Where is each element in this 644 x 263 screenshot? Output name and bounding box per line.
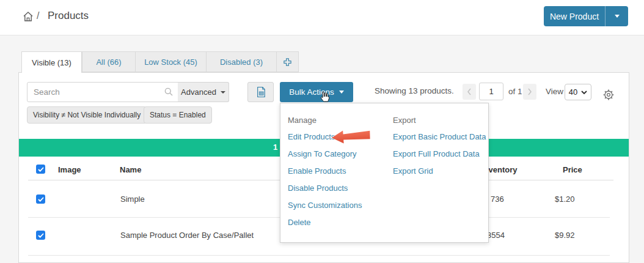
menu-item-export-full[interactable]: Export Full Product Data	[393, 149, 480, 158]
product-inventory: 736	[491, 194, 504, 204]
advanced-search-button[interactable]: Advanced	[178, 82, 229, 102]
next-page-button[interactable]	[523, 84, 536, 100]
column-header-name[interactable]: Name	[120, 165, 141, 174]
menu-item-export-basic[interactable]: Export Basic Product Data	[393, 132, 486, 141]
grid-settings-gear-icon[interactable]	[602, 89, 615, 101]
filter-chip-status[interactable]: Status = Enabled	[144, 106, 212, 124]
view-label: View	[546, 87, 563, 96]
chevron-right-icon	[527, 88, 532, 95]
menu-item-assign-to-category[interactable]: Assign To Category	[288, 149, 357, 158]
product-name[interactable]: Sample Product Order By Case/Pallet	[120, 231, 254, 240]
bulk-actions-button[interactable]: Bulk Actions	[280, 82, 353, 102]
selection-banner-text: 1	[273, 143, 277, 152]
page-count-label: of 1	[508, 87, 522, 96]
search-icon	[164, 87, 174, 97]
home-icon[interactable]	[22, 10, 34, 23]
spreadsheet-file-icon	[256, 86, 266, 98]
row-divider	[28, 255, 610, 256]
column-header-image[interactable]: Image	[58, 165, 81, 174]
plus-icon	[283, 57, 292, 67]
page-title: Products	[48, 10, 89, 22]
tab-all[interactable]: All (66)	[82, 51, 136, 72]
export-file-button[interactable]	[247, 82, 274, 102]
page-size-value: 40	[569, 87, 577, 97]
annotation-arrow-icon	[330, 127, 373, 149]
menu-item-sync-customizations[interactable]: Sync Customizations	[288, 201, 362, 210]
check-icon	[38, 197, 44, 202]
column-header-price[interactable]: Price	[563, 165, 582, 174]
breadcrumb-separator: /	[37, 10, 39, 21]
showing-products-text: Showing 13 products.	[375, 86, 454, 95]
chevron-down-icon	[221, 91, 225, 94]
chevron-down-icon	[581, 91, 587, 94]
search-input[interactable]	[27, 82, 178, 102]
row-checkbox[interactable]	[36, 231, 45, 240]
menu-item-export-grid[interactable]: Export Grid	[393, 166, 433, 176]
tab-visible[interactable]: Visible (13)	[21, 51, 82, 73]
chevron-left-icon	[467, 88, 472, 95]
new-product-button[interactable]: New Product	[544, 6, 605, 26]
select-all-checkbox[interactable]	[36, 165, 45, 174]
add-view-tab[interactable]	[276, 51, 299, 72]
tab-disabled[interactable]: Disabled (3)	[206, 51, 277, 72]
product-inventory: 3554	[487, 231, 505, 240]
chevron-down-icon	[339, 91, 344, 94]
previous-page-button[interactable]	[463, 84, 476, 100]
menu-section-manage: Manage	[288, 116, 317, 125]
menu-item-enable-products[interactable]: Enable Products	[288, 166, 346, 176]
new-product-dropdown-button[interactable]	[605, 6, 628, 26]
product-name[interactable]: Simple	[120, 194, 145, 204]
filter-chip-visibility[interactable]: Visibility ≠ Not Visible Individually	[27, 106, 147, 124]
menu-section-export: Export	[393, 116, 416, 125]
advanced-label: Advanced	[181, 87, 216, 97]
product-price: $1.20	[555, 194, 575, 204]
page-size-select[interactable]: 40	[565, 84, 591, 100]
check-icon	[38, 167, 44, 172]
page-number-input[interactable]	[479, 83, 503, 100]
check-icon	[38, 233, 44, 238]
menu-item-disable-products[interactable]: Disable Products	[288, 183, 348, 193]
product-price: $9.92	[555, 231, 575, 240]
products-page: / Products New Product Visible (13) All …	[0, 0, 644, 263]
tab-low-stock[interactable]: Low Stock (45)	[135, 51, 207, 72]
menu-item-delete[interactable]: Delete	[288, 218, 311, 227]
row-checkbox[interactable]	[36, 194, 45, 204]
bulk-actions-menu: Manage Edit Products Assign To Category …	[280, 103, 489, 243]
menu-item-edit-products[interactable]: Edit Products	[288, 132, 335, 141]
chevron-down-icon	[615, 15, 620, 18]
bulk-actions-label: Bulk Actions	[289, 87, 334, 97]
